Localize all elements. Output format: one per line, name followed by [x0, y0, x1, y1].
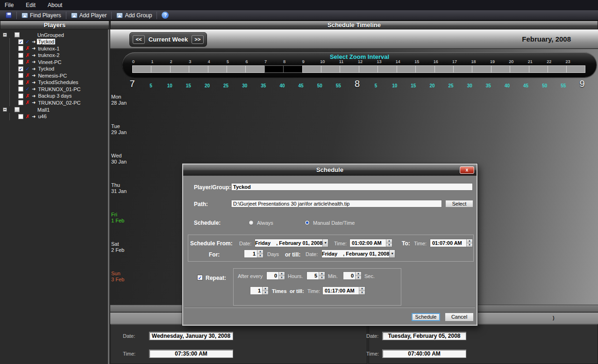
player-row[interactable]: ✓✓➜Tyckod [18, 38, 107, 45]
player-label[interactable]: Tyckod [37, 39, 55, 44]
select-button[interactable]: Select [445, 200, 473, 207]
spin-down-icon[interactable]: ▼ [467, 243, 472, 247]
spinner-buttons[interactable]: ▲▼ [355, 272, 361, 279]
player-checkbox[interactable]: ✓ [18, 66, 23, 71]
spinner-buttons[interactable]: ▲▼ [257, 250, 263, 257]
repeat-sec-input[interactable]: 0 ▲▼ [343, 271, 362, 280]
zoom-segment[interactable] [189, 65, 207, 73]
spinner-buttons[interactable]: ▲▼ [262, 287, 268, 294]
date-field[interactable]: Tuesday, February 05, 2008 [382, 332, 466, 340]
player-checkbox[interactable] [18, 80, 23, 85]
player-row[interactable]: ✗➜TRUKNOX_02-PC [18, 100, 107, 107]
save-button[interactable] [3, 11, 14, 19]
from-date-combo[interactable]: Friday , February 01, 2008▼ [255, 239, 328, 247]
zoom-segment[interactable] [548, 65, 566, 73]
next-week-button[interactable]: >> [192, 35, 204, 44]
player-label[interactable]: u46 [37, 114, 47, 119]
menu-about[interactable]: About [48, 2, 62, 8]
till-time-input[interactable]: 01:17:00 AM ▲▼ [322, 286, 365, 295]
player-row[interactable]: ✗➜Backup 3 days [18, 93, 107, 100]
date-field[interactable]: Wednesday, January 30, 2008 [149, 332, 233, 340]
menu-edit[interactable]: Edit [26, 2, 36, 8]
spin-down-icon[interactable]: ▼ [257, 254, 263, 258]
spin-down-icon[interactable]: ▼ [359, 291, 365, 295]
group-label[interactable]: UnGrouped [37, 32, 64, 38]
player-label[interactable]: Nemesis-PC [37, 73, 68, 79]
player-label[interactable]: Vineet-PC [37, 59, 62, 65]
cancel-button[interactable]: Cancel [445, 313, 474, 321]
zoom-segment[interactable] [453, 65, 472, 73]
time-field[interactable]: 07:40:00 AM [382, 350, 466, 358]
zoom-segment[interactable] [397, 65, 415, 73]
chevron-down-icon[interactable]: ▼ [322, 239, 328, 247]
zoom-segment[interactable] [208, 65, 227, 73]
player-label[interactable]: truknox-2 [37, 52, 60, 58]
player-checkbox[interactable] [18, 93, 23, 99]
player-checkbox[interactable] [18, 59, 23, 64]
menu-file[interactable]: File [5, 2, 14, 8]
spin-up-icon[interactable]: ▲ [359, 287, 365, 291]
zoom-segment[interactable] [415, 65, 434, 73]
repeat-times-input[interactable]: 1 ▲▼ [250, 286, 269, 295]
player-checkbox[interactable] [18, 114, 23, 119]
radio-manual[interactable] [305, 220, 310, 225]
zoom-segment[interactable] [340, 65, 358, 73]
player-row[interactable]: ✓✓➜Tyckod [18, 65, 107, 72]
player-row[interactable]: ✗➜truknox-1 [18, 45, 107, 52]
spin-down-icon[interactable]: ▼ [279, 276, 285, 280]
zoom-segment[interactable] [170, 65, 189, 73]
player-label[interactable]: Tyckod [37, 66, 55, 71]
spin-down-icon[interactable]: ▼ [263, 291, 268, 295]
zoom-segment[interactable] [377, 65, 396, 73]
spinner-buttons[interactable]: ▲▼ [278, 272, 285, 279]
spin-down-icon[interactable]: ▼ [386, 243, 392, 247]
zoom-segment[interactable] [151, 65, 170, 73]
player-checkbox[interactable] [18, 86, 23, 92]
spin-up-icon[interactable]: ▲ [319, 272, 325, 276]
to-time-input[interactable]: 01:07:00 AM ▲▼ [430, 239, 473, 247]
collapse-icon[interactable]: − [3, 107, 7, 112]
zoom-segment[interactable] [227, 65, 245, 73]
zoom-segment[interactable] [132, 65, 151, 73]
chevron-down-icon[interactable]: ▼ [389, 250, 395, 257]
find-players-button[interactable]: Find Players [19, 11, 64, 20]
spin-down-icon[interactable]: ▼ [319, 276, 325, 280]
player-label[interactable]: TRUKNOX_01-PC [37, 86, 81, 92]
prev-week-button[interactable]: << [133, 35, 145, 44]
collapse-icon[interactable]: − [3, 33, 7, 37]
player-row[interactable]: ✗➜Nemesis-PC [18, 72, 107, 79]
player-row[interactable]: ✗➜truknox-2 [18, 52, 107, 59]
radio-manual-label[interactable]: Manual Date/Time [313, 220, 355, 226]
path-input[interactable]: D:\Gurjeet Presentations 30 jan\for arti… [231, 200, 442, 207]
spinner-buttons[interactable]: ▲▼ [359, 287, 365, 294]
schedule-button[interactable]: Schedule [411, 313, 441, 321]
spin-up-icon[interactable]: ▲ [263, 287, 268, 291]
zoom-segment[interactable] [566, 65, 585, 73]
spin-up-icon[interactable]: ▲ [386, 239, 392, 243]
zoom-segment[interactable] [302, 65, 321, 73]
add-player-button[interactable]: Add Player [68, 11, 110, 20]
for-days-input[interactable]: 1 ▲▼ [244, 250, 263, 258]
time-field[interactable]: 07:35:00 AM [149, 350, 233, 358]
help-button[interactable]: ? [159, 11, 171, 20]
player-row[interactable]: ✗➜u46 [18, 113, 107, 120]
spin-down-icon[interactable]: ▼ [356, 276, 361, 280]
radio-always-label[interactable]: Always [257, 220, 273, 226]
player-checkbox[interactable] [18, 73, 23, 78]
zoom-segment[interactable] [264, 65, 283, 73]
player-label[interactable]: Backup 3 days [37, 93, 72, 99]
spin-up-icon[interactable]: ▲ [257, 250, 263, 254]
spinner-buttons[interactable]: ▲▼ [466, 239, 472, 247]
spin-up-icon[interactable]: ▲ [467, 239, 472, 243]
spinner-buttons[interactable]: ▲▼ [386, 239, 392, 247]
player-checkbox[interactable] [18, 53, 23, 58]
zoom-segment[interactable] [321, 65, 340, 73]
zoom-segment[interactable] [359, 65, 377, 73]
spin-up-icon[interactable]: ▲ [279, 272, 285, 276]
spin-up-icon[interactable]: ▲ [356, 272, 361, 276]
repeat-checkbox[interactable]: ✓ [197, 275, 203, 280]
repeat-hours-input[interactable]: 0 ▲▼ [266, 271, 285, 280]
till-date-combo[interactable]: Friday , February 01, 2008▼ [321, 250, 395, 258]
zoom-segment[interactable] [472, 65, 491, 73]
player-row[interactable]: ✓➜TRUKNOX_01-PC [18, 86, 107, 93]
